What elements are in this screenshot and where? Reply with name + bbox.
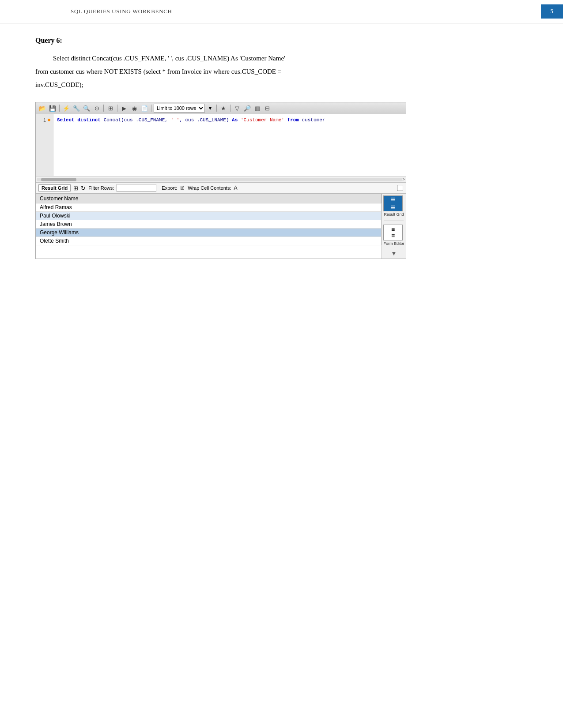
result-grid-btn-label: Result Grid xyxy=(383,212,404,217)
save-icon[interactable]: 💾 xyxy=(48,104,57,113)
export-icon[interactable]: ⊟ xyxy=(263,104,272,113)
page-header: SQL QUERIES USING WORKBENCH 5 xyxy=(0,0,563,23)
result-bar: Result Grid ⊞ ↻ Filter Rows: Export: 🖹 W… xyxy=(36,182,406,194)
toolbar-sep-5 xyxy=(216,105,217,112)
col-customer-name: Customer Name xyxy=(36,194,382,203)
query-line2: from customer cus where NOT EXISTS (sele… xyxy=(35,68,281,75)
data-grid: Customer Name Alfred RamasPaul OlowskiJa… xyxy=(36,194,382,259)
zoom-icon[interactable]: 🔎 xyxy=(243,104,252,113)
side-panel: ≡≡ Result Grid ≡≡ Form Editor ▼ xyxy=(382,194,406,259)
search-icon[interactable]: 🔍 xyxy=(82,104,91,113)
workbench-toolbar: 📂 💾 ⚡ 🔧 🔍 ⊙ ⊞ ▶ ◉ 📄 Limit to 1000 rows ▼… xyxy=(36,102,406,114)
stop-icon[interactable]: ◉ xyxy=(130,104,139,113)
scrollbar-thumb[interactable] xyxy=(41,178,76,181)
table-row[interactable]: Paul Olowski xyxy=(36,212,382,220)
circle-icon[interactable]: ⊙ xyxy=(92,104,101,113)
export-btn-icon[interactable]: 🖹 xyxy=(180,185,185,191)
wrap-icon[interactable]: Ā xyxy=(234,185,237,191)
scrollbar-right-arrow[interactable]: > xyxy=(402,177,405,182)
side-panel-sep xyxy=(384,221,404,221)
table-row[interactable]: Alfred Ramas xyxy=(36,203,382,212)
query-editor[interactable]: 1 Select distinct Concat(cus .CUS_FNAME,… xyxy=(36,114,406,176)
toolbar-sep-4 xyxy=(151,105,151,112)
result-grid-tab[interactable]: Result Grid xyxy=(38,184,71,191)
star-icon[interactable]: ★ xyxy=(219,104,228,113)
workbench-window: 📂 💾 ⚡ 🔧 🔍 ⊙ ⊞ ▶ ◉ 📄 Limit to 1000 rows ▼… xyxy=(35,102,406,259)
play-icon[interactable]: ▶ xyxy=(120,104,128,113)
table-row[interactable]: George Williams xyxy=(36,229,382,237)
scrollbar-track xyxy=(37,178,402,181)
limit-rows-select[interactable]: Limit to 1000 rows xyxy=(154,104,205,113)
toolbar-sep-3 xyxy=(117,105,117,112)
columns-icon[interactable]: ▥ xyxy=(253,104,262,113)
table-row[interactable]: James Brown xyxy=(36,220,382,229)
document-icon[interactable]: 📄 xyxy=(140,104,149,113)
lightning-icon[interactable]: ⚡ xyxy=(62,104,71,113)
wrap-label: Wrap Cell Contents: xyxy=(188,185,231,191)
line-1-dot xyxy=(48,119,50,121)
result-grid-btn[interactable]: ≡≡ Result Grid xyxy=(383,195,404,217)
refresh-icon[interactable]: ↻ xyxy=(81,185,86,191)
query-line3: inv.CUS_CODE); xyxy=(35,81,83,88)
filter-rows-label: Filter Rows: xyxy=(88,185,114,191)
filter-rows-input[interactable] xyxy=(117,184,156,192)
form-editor-icon[interactable]: ≡≡ xyxy=(383,225,403,240)
result-table: Customer Name Alfred RamasPaul OlowskiJa… xyxy=(36,194,382,245)
export-label: Export: xyxy=(162,185,177,191)
line-1-number: 1 xyxy=(43,116,46,124)
table-icon[interactable]: ⊞ xyxy=(106,104,115,113)
table-row[interactable]: Olette Smith xyxy=(36,237,382,245)
line-numbers: 1 xyxy=(36,114,53,176)
result-area: Customer Name Alfred RamasPaul OlowskiJa… xyxy=(36,194,406,259)
toolbar-sep-1 xyxy=(59,105,60,112)
folder-open-icon[interactable]: 📂 xyxy=(38,104,47,113)
header-title: SQL QUERIES USING WORKBENCH xyxy=(35,8,541,15)
horizontal-scrollbar[interactable]: > xyxy=(36,176,406,182)
line-1: 1 xyxy=(43,116,50,124)
filter-icon[interactable]: ▽ xyxy=(233,104,242,113)
main-content: Query 6: Select distinct Concat(cus .CUS… xyxy=(0,32,563,277)
toolbar-sep-2 xyxy=(103,105,104,112)
result-grid-icon[interactable]: ⊞ xyxy=(73,185,78,191)
code-line-1[interactable]: Select distinct Concat(cus .CUS_FNAME, '… xyxy=(53,114,406,176)
query-heading: Query 6: xyxy=(35,37,528,45)
query-line1: Select distinct Concat(cus .CUS_FNAME, '… xyxy=(53,55,285,62)
form-editor-btn[interactable]: ≡≡ Form Editor xyxy=(383,225,404,246)
page-number: 5 xyxy=(541,4,563,19)
form-editor-label: Form Editor xyxy=(383,241,404,246)
chevron-down-icon[interactable]: ▼ xyxy=(391,250,397,257)
result-grid-btn-icon[interactable]: ≡≡ xyxy=(383,195,403,211)
query-text: Select distinct Concat(cus .CUS_FNAME, '… xyxy=(35,52,528,91)
checkbox-toggle[interactable] xyxy=(397,185,403,191)
wrench-icon[interactable]: 🔧 xyxy=(72,104,81,113)
toolbar-sep-6 xyxy=(230,105,230,112)
